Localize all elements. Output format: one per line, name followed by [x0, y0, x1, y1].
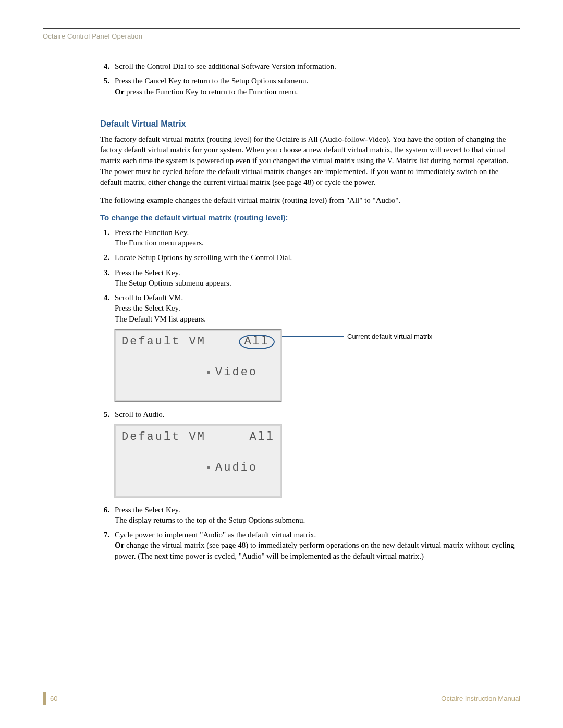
- lcd-figure-1: Default VM All Video Current default vir…: [115, 329, 515, 402]
- lcd-display: Default VM All Video: [115, 329, 282, 402]
- step-line: The Function menu appears.: [115, 239, 204, 247]
- section-heading: Default Virtual Matrix: [100, 119, 515, 129]
- step-number: 5.: [100, 76, 115, 97]
- step-item: 1. Press the Function Key. The Function …: [100, 227, 515, 249]
- step-line: The Default VM list appears.: [115, 315, 206, 323]
- steps-end: 6. Press the Select Key. The display ret…: [100, 504, 515, 561]
- step-number: 6.: [100, 504, 115, 526]
- lcd-value-circled: All: [239, 335, 275, 349]
- steps-main: 1. Press the Function Key. The Function …: [100, 227, 515, 324]
- step-item: 4. Scroll the Control Dial to see additi…: [100, 61, 515, 71]
- step-line: Press the Function Key.: [115, 228, 189, 237]
- step-line: Press the Select Key.: [115, 505, 180, 514]
- step-line-cont: press the Function Key to return to the …: [124, 88, 298, 96]
- page-number: 60: [50, 695, 57, 702]
- lcd-value: All: [249, 429, 275, 445]
- callout-text: Current default virtual matrix: [347, 332, 432, 340]
- step-number: 2.: [100, 252, 115, 263]
- step-line: Cycle power to implement "Audio" as the …: [115, 530, 316, 539]
- lcd-label: Default VM: [121, 429, 206, 445]
- step-text: Scroll to Audio.: [115, 409, 515, 419]
- running-header: Octaire Control Panel Operation: [43, 32, 520, 61]
- step-number: 4.: [100, 61, 115, 71]
- paragraph: The following example changes the defaul…: [100, 195, 515, 206]
- lcd-figure-2: Default VM All Audio: [115, 425, 515, 497]
- lcd-line2: Audio: [215, 461, 258, 474]
- footer-accent: [43, 692, 46, 705]
- callout-leader: [282, 336, 344, 337]
- step-item: 5. Press the Cancel Key to return to the…: [100, 76, 515, 97]
- step-line: Press the Select Key.: [115, 268, 180, 277]
- step-line-cont: change the virtual matrix (see page 48) …: [115, 541, 515, 560]
- step-number: 1.: [100, 227, 115, 249]
- emphasis-or: Or: [115, 88, 124, 96]
- step-item: 3. Press the Select Key. The Setup Optio…: [100, 267, 515, 289]
- step-item: 7. Cycle power to implement "Audio" as t…: [100, 529, 515, 561]
- lcd-label: Default VM: [121, 334, 206, 350]
- step-text: Press the Select Key. The display return…: [115, 504, 515, 526]
- procedure-heading: To change the default virtual matrix (ro…: [100, 213, 515, 222]
- step-text: Press the Function Key. The Function men…: [115, 227, 515, 249]
- step-text: Scroll the Control Dial to see additiona…: [115, 61, 515, 71]
- step-item: 2. Locate Setup Options by scrolling wit…: [100, 252, 515, 263]
- step-number: 7.: [100, 529, 115, 561]
- page-content: 4. Scroll the Control Dial to see additi…: [43, 61, 520, 561]
- step-number: 3.: [100, 267, 115, 289]
- step-text: Scroll to Default VM. Press the Select K…: [115, 292, 515, 324]
- step-line: The Setup Options submenu appears.: [115, 279, 231, 287]
- step-text: Press the Cancel Key to return to the Se…: [115, 76, 515, 97]
- step-item: 5. Scroll to Audio.: [100, 409, 515, 419]
- bullet-icon: [207, 466, 210, 469]
- step-text: Press the Select Key. The Setup Options …: [115, 267, 515, 289]
- step-line: Press the Cancel Key to return to the Se…: [115, 77, 308, 85]
- callout: Current default virtual matrix: [282, 332, 432, 340]
- lcd-display: Default VM All Audio: [115, 425, 282, 497]
- step-text: Cycle power to implement "Audio" as the …: [115, 529, 515, 561]
- step-number: 4.: [100, 292, 115, 324]
- rule-top: [43, 28, 520, 29]
- step-line: Press the Select Key.: [115, 304, 180, 312]
- page-footer: 60 Octaire Instruction Manual: [43, 687, 520, 705]
- lcd-line2: Video: [215, 366, 258, 379]
- footer-right: Octaire Instruction Manual: [441, 695, 520, 702]
- step-number: 5.: [100, 409, 115, 419]
- bullet-icon: [207, 371, 210, 374]
- step-text: Locate Setup Options by scrolling with t…: [115, 252, 515, 263]
- step-line: The display returns to the top of the Se…: [115, 516, 305, 524]
- step-item: 4. Scroll to Default VM. Press the Selec…: [100, 292, 515, 324]
- paragraph: The factory default virtual matrix (rout…: [100, 134, 515, 188]
- step-item: 6. Press the Select Key. The display ret…: [100, 504, 515, 526]
- step-line: Scroll to Default VM.: [115, 293, 183, 302]
- emphasis-or: Or: [115, 541, 124, 549]
- page: Octaire Control Panel Operation 4. Scrol…: [0, 0, 563, 728]
- steps-mid: 5. Scroll to Audio.: [100, 409, 515, 419]
- steps-continued: 4. Scroll the Control Dial to see additi…: [100, 61, 515, 97]
